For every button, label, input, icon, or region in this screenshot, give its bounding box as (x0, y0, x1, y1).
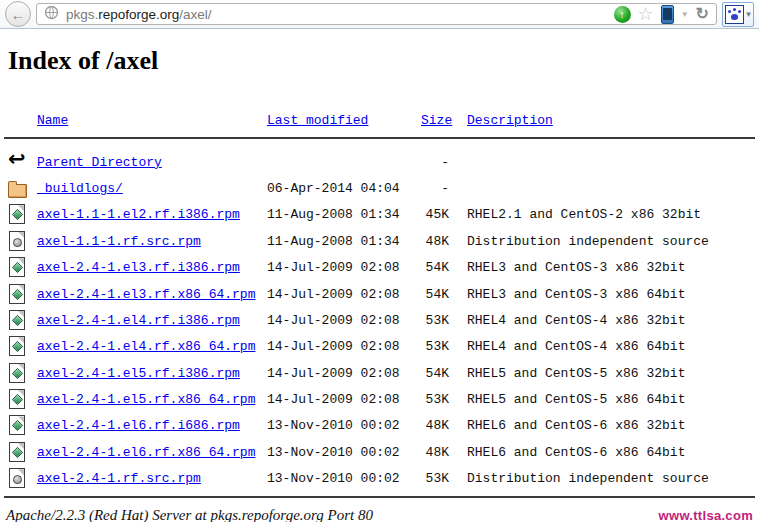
table-row: axel-2.4-1.el3.rf.x86_64.rpm 14-Jul-2009… (0, 281, 759, 307)
size-cell: 53K (425, 471, 449, 486)
modified-cell: 14-Jul-2009 02:08 (267, 339, 425, 354)
table-row: axel-2.4-1.el6.rf.i686.rpm 13-Nov-2010 0… (0, 413, 759, 439)
sort-name-link[interactable]: Name (37, 113, 68, 128)
folder-icon (8, 177, 28, 200)
globe-icon (44, 5, 59, 24)
addon-button[interactable]: ▾ (722, 2, 754, 27)
footer-rule (4, 496, 755, 498)
file-link[interactable]: axel-2.4-1.el6.rf.i686.rpm (37, 418, 240, 433)
back-arrow-icon (8, 151, 28, 174)
url-domain: repoforge.org (98, 7, 179, 22)
table-row: Parent Directory - (0, 149, 759, 175)
file-link[interactable]: _buildlogs/ (37, 181, 123, 196)
rpm-file-icon (8, 388, 28, 411)
file-link[interactable]: axel-1.1-1.rf.src.rpm (37, 234, 201, 249)
listing-rows: Parent Directory - _buildlogs/ 06-Apr-20… (0, 149, 759, 492)
description-cell: RHEL5 and CentOS-5 x86 64bit (467, 392, 685, 407)
modified-cell: 14-Jul-2009 02:08 (267, 313, 425, 328)
address-bar[interactable]: pkgs.repoforge.org/axel/ ↑ ☆ ▼ ↻ (36, 3, 717, 25)
size-cell: 54K (425, 260, 449, 275)
description-cell: RHEL6 and CentOS-6 x86 64bit (467, 445, 685, 460)
modified-cell: 14-Jul-2009 02:08 (267, 366, 425, 381)
description-cell: RHEL3 and CentOS-3 x86 64bit (467, 287, 685, 302)
description-cell: RHEL5 and CentOS-5 x86 32bit (467, 366, 685, 381)
reload-icon[interactable]: ↻ (696, 6, 709, 22)
rpm-file-icon (8, 335, 28, 358)
addon-caret-icon: ▾ (746, 10, 751, 19)
file-link[interactable]: axel-2.4-1.el4.rf.i386.rpm (37, 313, 240, 328)
size-cell: 53K (425, 339, 449, 354)
file-link[interactable]: axel-2.4-1.el5.rf.i386.rpm (37, 366, 240, 381)
watermark: www.ttlsa.com (659, 508, 753, 522)
size-cell: 53K (425, 392, 449, 407)
table-row: axel-2.4-1.el5.rf.x86_64.rpm 14-Jul-2009… (0, 386, 759, 412)
modified-cell: 14-Jul-2009 02:08 (267, 392, 425, 407)
description-cell: RHEL4 and CentOS-4 x86 32bit (467, 313, 685, 328)
file-link[interactable]: axel-2.4-1.el3.rf.i386.rpm (37, 260, 240, 275)
table-row: axel-2.4-1.el4.rf.x86_64.rpm 14-Jul-2009… (0, 334, 759, 360)
url-text[interactable]: pkgs.repoforge.org/axel/ (66, 7, 212, 22)
rpm-file-icon (8, 203, 28, 226)
description-cell: Distribution independent source (467, 234, 709, 249)
size-cell: 48K (425, 418, 449, 433)
modified-cell: 13-Nov-2010 00:02 (267, 445, 425, 460)
page-footer: Apache/2.2.3 (Red Hat) Server at pkgs.re… (0, 507, 759, 522)
file-link[interactable]: Parent Directory (37, 155, 162, 170)
download-arrow-icon[interactable]: ↑ (614, 6, 631, 23)
modified-cell: 11-Aug-2008 01:34 (267, 234, 425, 249)
description-cell: RHEL4 and CentOS-4 x86 64bit (467, 339, 685, 354)
table-row: _buildlogs/ 06-Apr-2014 04:04 - (0, 175, 759, 201)
size-cell: - (425, 155, 449, 170)
file-link[interactable]: axel-2.4-1.el4.rf.x86_64.rpm (37, 339, 255, 354)
mobile-device-icon[interactable] (661, 5, 674, 24)
file-link[interactable]: axel-2.4-1.rf.src.rpm (37, 471, 201, 486)
back-button[interactable]: ← (5, 1, 31, 27)
modified-cell: 14-Jul-2009 02:08 (267, 287, 425, 302)
header-rule (4, 137, 755, 139)
description-cell: RHEL6 and CentOS-6 x86 32bit (467, 418, 685, 433)
modified-cell: 13-Nov-2010 00:02 (267, 418, 425, 433)
size-cell: - (425, 181, 449, 196)
sort-description-link[interactable]: Description (467, 113, 553, 128)
modified-cell: 11-Aug-2008 01:34 (267, 207, 425, 222)
file-link[interactable]: axel-1.1-1.el2.rf.i386.rpm (37, 207, 240, 222)
description-cell: RHEL3 and CentOS-3 x86 32bit (467, 260, 685, 275)
size-cell: 48K (425, 234, 449, 249)
modified-cell: 06-Apr-2014 04:04 (267, 181, 425, 196)
description-cell: Distribution independent source (467, 471, 709, 486)
url-path: /axel/ (179, 7, 211, 22)
file-link[interactable]: axel-2.4-1.el3.rf.x86_64.rpm (37, 287, 255, 302)
table-row: axel-2.4-1.el6.rf.x86_64.rpm 13-Nov-2010… (0, 439, 759, 465)
modified-cell: 13-Nov-2010 00:02 (267, 471, 425, 486)
dropdown-arrow-icon[interactable]: ▼ (681, 10, 689, 19)
page-title: Index of /axel (8, 46, 759, 76)
rpm-file-icon (8, 283, 28, 306)
size-cell: 48K (425, 445, 449, 460)
server-signature: Apache/2.2.3 (Red Hat) Server at pkgs.re… (6, 507, 373, 522)
rpm-file-icon (8, 256, 28, 279)
rpm-file-icon (8, 362, 28, 385)
table-row: axel-2.4-1.el4.rf.i386.rpm 14-Jul-2009 0… (0, 307, 759, 333)
rpm-file-icon (8, 441, 28, 464)
size-cell: 45K (425, 207, 449, 222)
sort-modified-link[interactable]: Last modified (267, 113, 368, 128)
browser-toolbar: ← pkgs.repoforge.org/axel/ ↑ ☆ ▼ ↻ ▾ (0, 0, 759, 29)
file-link[interactable]: axel-2.4-1.el6.rf.x86_64.rpm (37, 445, 255, 460)
size-cell: 54K (425, 366, 449, 381)
src-file-icon (8, 230, 28, 253)
sort-size-link[interactable]: Size (421, 113, 452, 128)
listing-header: Name Last modified Size Description (0, 109, 759, 132)
bookmark-star-icon[interactable]: ☆ (638, 5, 654, 23)
size-cell: 54K (425, 287, 449, 302)
file-link[interactable]: axel-2.4-1.el5.rf.x86_64.rpm (37, 392, 255, 407)
size-cell: 53K (425, 313, 449, 328)
src-file-icon (8, 467, 28, 490)
table-row: axel-2.4-1.el5.rf.i386.rpm 14-Jul-2009 0… (0, 360, 759, 386)
modified-cell: 14-Jul-2009 02:08 (267, 260, 425, 275)
back-icon: ← (11, 6, 26, 23)
table-row: axel-1.1-1.rf.src.rpm 11-Aug-2008 01:34 … (0, 228, 759, 254)
table-row: axel-1.1-1.el2.rf.i386.rpm 11-Aug-2008 0… (0, 202, 759, 228)
url-subdomain: pkgs. (66, 7, 98, 22)
table-row: axel-2.4-1.el3.rf.i386.rpm 14-Jul-2009 0… (0, 254, 759, 280)
rpm-file-icon (8, 414, 28, 437)
